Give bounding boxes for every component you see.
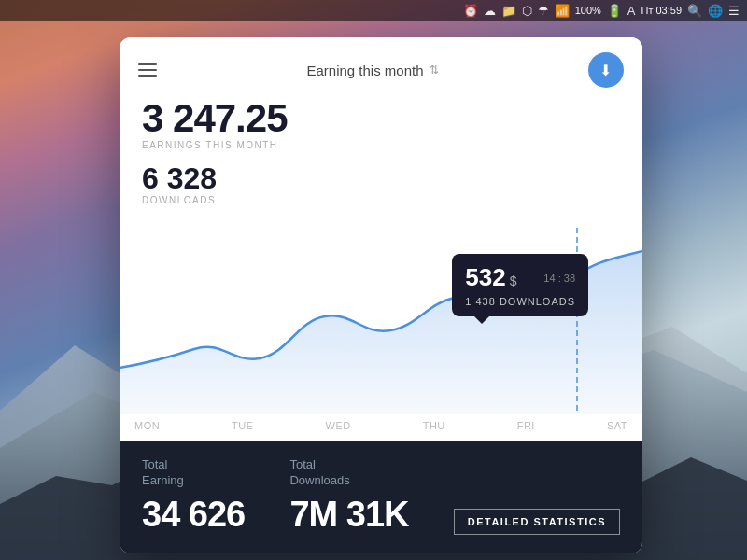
total-downloads-stat: TotalDownloads 7M 31K [289,457,408,535]
total-earning-label: TotalEarning [142,457,245,489]
earnings-widget: Earning this month ⇅ ⬇ 3 247.25 EARNINGS… [120,37,642,553]
tooltip-arrow [474,316,489,324]
day-label-tue: TUE [232,420,254,431]
downloads-label: DOWNLOADS [142,195,620,205]
umbrella-menubar-icon: ☂ [538,4,549,18]
menubar-right: ⏰ ☁ 📁 ⬡ ☂ 📶 100% 🔋 A Пт 03:59 🔍 🌐 ☰ [463,4,740,18]
header-title-area[interactable]: Earning this month ⇅ [306,63,438,78]
day-labels: MON TUE WED THU FRI SAT [120,414,642,441]
clock-menubar-icon: ⏰ [463,4,478,18]
hamburger-line-1 [138,63,157,65]
tooltip-row-top: 532 $ 14 : 38 [465,263,575,292]
hamburger-line-3 [138,75,157,77]
total-earning-stat: TotalEarning 34 626 [142,457,245,535]
header-title-text: Earning this month [306,63,423,78]
hamburger-line-2 [138,69,157,71]
total-earning-value: 34 626 [142,495,245,535]
copy-menubar-icon: ⬡ [522,4,532,18]
download-icon: ⬇ [599,62,612,79]
folder-menubar-icon: 📁 [501,4,516,18]
download-button[interactable]: ⬇ [588,52,624,88]
day-label-thu: THU [423,420,445,431]
wifi-menubar-icon: 📶 [555,4,570,18]
total-downloads-label: TotalDownloads [289,457,408,489]
downloads-count: 6 328 [142,163,620,193]
widget-bottom: TotalEarning 34 626 TotalDownloads 7M 31… [120,441,642,553]
keyboard-menubar-icon: A [627,4,636,18]
main-amount: 3 247.25 [142,99,620,138]
battery-text: 100% [575,5,601,16]
tooltip-currency: $ [510,273,517,288]
day-label-wed: WED [326,420,351,431]
detailed-statistics-button[interactable]: DETAILED STATISTICS [454,509,620,535]
chart-tooltip: 532 $ 14 : 38 1 438 DOWNLOADS [452,254,588,316]
total-downloads-value: 7M 31K [289,495,408,535]
day-label-mon: MON [134,420,160,431]
menubar: ⏰ ☁ 📁 ⬡ ☂ 📶 100% 🔋 A Пт 03:59 🔍 🌐 ☰ [0,0,747,21]
tooltip-time: 14 : 38 [543,273,575,284]
tooltip-amount-row: 532 $ [465,263,516,292]
globe-menubar-icon[interactable]: 🌐 [708,4,723,18]
day-label-fri: FRI [517,420,535,431]
earnings-label: EARNINGS THIS MONTH [142,140,620,150]
search-menubar-icon[interactable]: 🔍 [687,4,702,18]
applist-menubar-icon[interactable]: ☰ [728,4,740,18]
chevron-updown-icon: ⇅ [430,63,439,77]
widget-header: Earning this month ⇅ ⬇ [120,37,642,99]
hamburger-button[interactable] [138,63,157,77]
network-menubar-icon: ☁ [484,4,496,18]
tooltip-downloads: 1 438 DOWNLOADS [465,296,575,307]
tooltip-amount: 532 [465,263,505,292]
battery-menubar-icon: 🔋 [607,4,622,18]
day-label-sat: SAT [607,420,627,431]
time-display: Пт 03:59 [641,5,682,16]
stats-section: 3 247.25 EARNINGS THIS MONTH 6 328 DOWNL… [120,99,642,228]
chart-area: 532 $ 14 : 38 1 438 DOWNLOADS [120,228,642,414]
